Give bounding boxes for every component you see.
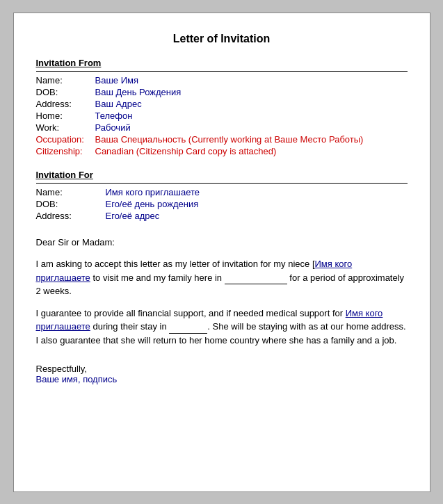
table-row: DOB: Его/её день рождения [36, 198, 408, 210]
paragraph-2: I guarantee to provide all financial sup… [36, 307, 408, 348]
section-for: Invitation For Name: Имя кого приглашает… [36, 170, 408, 222]
field-label: Address: [36, 210, 106, 222]
field-label: Work: [36, 122, 95, 133]
section-from-heading: Invitation From [36, 58, 408, 68]
field-value: Ваш День Рождения [95, 86, 408, 98]
table-row: Name: Имя кого приглашаете [36, 186, 408, 198]
para2-text-after1: during their stay in [90, 321, 167, 332]
table-row: Address: Ваш Адрес [36, 98, 408, 110]
para2-blank [169, 333, 207, 334]
body-text: Dear Sir or Madam: I am asking to accept… [36, 236, 408, 348]
field-value: Его/её день рождения [106, 198, 408, 210]
field-label: Address: [36, 98, 95, 110]
section-for-heading: Invitation For [36, 170, 408, 180]
closing-line1: Respectfully, [36, 364, 408, 374]
field-label: Name: [36, 186, 106, 198]
paragraph-1: I am asking to accept this letter as my … [36, 257, 408, 298]
field-value: Рабочий [95, 122, 408, 133]
field-value: Его/её адрес [106, 210, 408, 222]
field-label: DOB: [36, 86, 95, 98]
para2-text-before: I guarantee to provide all financial sup… [36, 308, 346, 318]
document: Letter of Invitation Invitation From Nam… [13, 13, 430, 492]
table-row: Occupation: Ваша Специальность (Currentl… [36, 133, 408, 145]
para1-text-before: I am asking to accept this letter as my … [36, 259, 315, 269]
for-info-table: Name: Имя кого приглашаете DOB: Его/её д… [36, 186, 408, 222]
salutation: Dear Sir or Madam: [36, 236, 408, 250]
para1-text-after1: to visit me and my family here in [90, 273, 222, 283]
table-row: Work: Рабочий [36, 122, 408, 133]
field-value: Ваше Имя [95, 74, 408, 86]
field-label: DOB: [36, 198, 106, 210]
field-value: Ваш Адрес [95, 98, 408, 110]
field-value: Canadian (Citizenship Card copy is attac… [95, 145, 408, 157]
table-row: Home: Телефон [36, 110, 408, 122]
table-row: DOB: Ваш День Рождения [36, 86, 408, 98]
section-from: Invitation From Name: Ваше Имя DOB: Ваш … [36, 58, 408, 157]
document-title: Letter of Invitation [36, 33, 408, 45]
field-value: Телефон [95, 110, 408, 122]
field-label: Home: [36, 110, 95, 122]
section-from-separator [36, 71, 408, 72]
field-value: Имя кого приглашаете [106, 186, 408, 198]
table-row: Address: Его/её адрес [36, 210, 408, 222]
closing: Respectfully, Ваше имя, подпись [36, 364, 408, 384]
field-label: Name: [36, 74, 95, 86]
field-value: Ваша Специальность (Currently working at… [95, 133, 408, 145]
table-row: Name: Ваше Имя [36, 74, 408, 86]
para1-blank [225, 284, 287, 284]
table-row: Citizenship: Canadian (Citizenship Card … [36, 145, 408, 157]
closing-line2: Ваше имя, подпись [36, 374, 408, 384]
from-info-table: Name: Ваше Имя DOB: Ваш День Рождения Ad… [36, 74, 408, 157]
field-label: Occupation: [36, 133, 95, 145]
page-container: Letter of Invitation Invitation From Nam… [0, 0, 443, 504]
field-label: Citizenship: [36, 145, 95, 157]
section-for-separator [36, 183, 408, 184]
